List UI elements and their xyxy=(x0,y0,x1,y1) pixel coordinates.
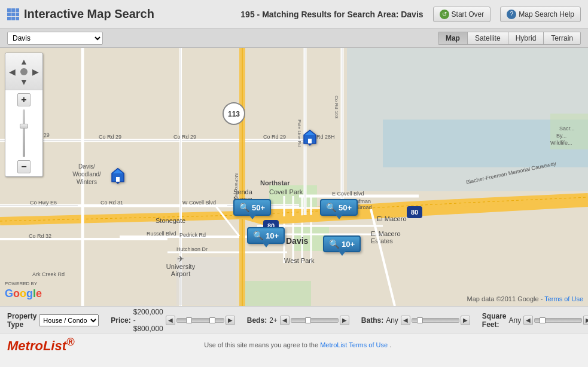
baths-slider-thumb xyxy=(417,317,423,323)
map-data-text: Map data ©2011 Google xyxy=(467,295,539,302)
svg-text:Northstar: Northstar xyxy=(260,179,290,186)
navigation-control: ▲ ▼ ◀ ▶ + − xyxy=(5,53,43,177)
logo-suffix: ® xyxy=(66,335,75,348)
cluster-marker-3[interactable]: 🔍 10+ xyxy=(247,227,285,244)
pan-control[interactable]: ▲ ▼ ◀ ▶ xyxy=(5,53,42,90)
svg-text:Estates: Estates xyxy=(371,237,393,244)
map-type-hybrid[interactable]: Hybrid xyxy=(508,32,544,44)
help-icon: ? xyxy=(507,10,516,19)
property-type-label: Property Type xyxy=(7,312,36,329)
zoom-slider[interactable] xyxy=(23,109,25,157)
svg-rect-91 xyxy=(116,177,120,182)
price-increase-button[interactable]: ▶ xyxy=(226,316,235,325)
svg-text:Ark Creek Rd: Ark Creek Rd xyxy=(32,271,65,277)
price-slider-thumb-2 xyxy=(209,317,215,323)
zoom-in-button[interactable]: + xyxy=(17,93,31,106)
property-type-select[interactable]: House / Condo xyxy=(39,314,99,326)
cluster-icon-4: 🔍 xyxy=(329,239,339,249)
svg-text:Stonegate: Stonegate xyxy=(156,217,185,224)
cluster-label-2: 50+ xyxy=(339,203,352,212)
powered-by-text: POWERED BY xyxy=(5,281,42,286)
sqft-filter: Square Feet: Any ◀ ▶ xyxy=(482,312,588,329)
zoom-thumb xyxy=(20,124,28,129)
svg-text:Davis: Davis xyxy=(286,236,309,246)
help-label: Map Search Help xyxy=(519,10,574,19)
page-title: Interactive Map Search xyxy=(24,7,154,21)
svg-rect-4 xyxy=(239,281,311,306)
cluster-icon-3: 🔍 xyxy=(253,231,263,240)
svg-text:Co Rd 29: Co Rd 29 xyxy=(99,134,121,140)
svg-text:Winters: Winters xyxy=(77,179,97,185)
baths-increase-button[interactable]: ▶ xyxy=(461,316,470,325)
footer-terms-text: Use of this site means you agree to the … xyxy=(204,341,391,348)
sqft-decrease-button[interactable]: ◀ xyxy=(523,316,533,325)
cluster-label-4: 10+ xyxy=(342,240,355,249)
svg-text:El Macero: El Macero xyxy=(377,215,407,222)
svg-text:Wildlife...: Wildlife... xyxy=(550,140,572,146)
house-marker-2[interactable] xyxy=(111,167,125,186)
svg-rect-89 xyxy=(308,139,312,143)
metrolist-logo: MetroList® xyxy=(7,335,75,354)
beds-decrease-button[interactable]: ◀ xyxy=(280,316,290,325)
pan-down-arrow: ▼ xyxy=(20,77,28,87)
svg-text:Davis/: Davis/ xyxy=(78,163,95,170)
beds-increase-button[interactable]: ▶ xyxy=(340,316,349,325)
footer-terms-link[interactable]: MetroList Terms of Use xyxy=(320,341,388,348)
help-button[interactable]: ? Map Search Help xyxy=(500,7,581,22)
svg-text:University: University xyxy=(166,263,196,270)
svg-text:Hutchison Dr: Hutchison Dr xyxy=(176,246,208,252)
cluster-label-1: 50+ xyxy=(252,203,265,212)
svg-text:Covell Park: Covell Park xyxy=(269,188,303,195)
cluster-marker-4[interactable]: 🔍 10+ xyxy=(323,236,361,252)
google-logo: POWERED BY Google xyxy=(5,281,42,300)
svg-text:Co Hwy E6: Co Hwy E6 xyxy=(30,200,57,206)
pan-left-arrow: ◀ xyxy=(9,67,16,77)
price-slider-track[interactable] xyxy=(176,318,224,323)
svg-text:Co Rd 32: Co Rd 32 xyxy=(29,233,51,239)
results-text: 195 - Matching Results for Search Area: … xyxy=(240,10,423,19)
pan-center xyxy=(20,68,28,75)
beds-label: Beds: xyxy=(247,316,267,325)
svg-text:Co Rd 103: Co Rd 103 xyxy=(334,96,339,119)
sqft-increase-button[interactable]: ▶ xyxy=(583,316,588,325)
location-select[interactable]: Davis xyxy=(7,32,103,45)
svg-text:Co Rd 29: Co Rd 29 xyxy=(173,134,196,140)
footer-terms-prefix: Use of this site means you agree to the xyxy=(204,341,318,348)
cluster-marker-1[interactable]: 🔍 50+ xyxy=(233,199,271,216)
svg-text:McFaro Hwy: McFaro Hwy xyxy=(234,173,239,200)
svg-text:Co Rd 31: Co Rd 31 xyxy=(100,200,123,206)
map-type-map[interactable]: Map xyxy=(438,32,468,44)
price-value: $200,000 - $800,000 xyxy=(133,308,163,333)
svg-text:Woodland/: Woodland/ xyxy=(72,171,101,178)
svg-text:W Covell Blvd: W Covell Blvd xyxy=(182,200,216,206)
start-over-button[interactable]: ↺ Start Over xyxy=(433,7,491,22)
price-decrease-button[interactable]: ◀ xyxy=(166,316,175,325)
logo-text: MetroList xyxy=(7,338,66,353)
zoom-out-button[interactable]: − xyxy=(17,160,31,173)
beds-slider-thumb xyxy=(305,317,311,323)
start-over-label: Start Over xyxy=(452,10,485,19)
baths-decrease-button[interactable]: ◀ xyxy=(401,316,410,325)
beds-slider-track[interactable] xyxy=(291,318,339,323)
terms-of-use-link[interactable]: Terms of Use xyxy=(544,295,583,302)
cluster-marker-2[interactable]: 🔍 50+ xyxy=(320,199,358,216)
google-text: Google xyxy=(5,288,42,300)
baths-label: Baths: xyxy=(361,316,383,325)
svg-text:E Covell Blvd: E Covell Blvd xyxy=(332,191,364,197)
svg-text:Pole Line Rd: Pole Line Rd xyxy=(297,120,302,147)
svg-text:80: 80 xyxy=(411,209,418,216)
beds-value: 2+ xyxy=(269,316,278,325)
map-type-satellite[interactable]: Satellite xyxy=(468,32,508,44)
cluster-icon-2: 🔍 xyxy=(326,203,336,212)
sqft-value: Any xyxy=(509,316,522,325)
svg-marker-92 xyxy=(115,182,120,184)
refresh-icon: ↺ xyxy=(440,10,449,19)
map-type-terrain[interactable]: Terrain xyxy=(544,32,580,44)
pan-arrows: ▲ ▼ ◀ ▶ xyxy=(9,57,39,87)
sqft-slider-track[interactable] xyxy=(534,318,582,323)
svg-text:Sacr...: Sacr... xyxy=(559,126,575,131)
baths-filter: Baths: Any ◀ ▶ xyxy=(361,316,470,325)
baths-slider-track[interactable] xyxy=(412,318,459,323)
house-marker-1[interactable] xyxy=(303,129,317,148)
map-container[interactable]: 113 113 80 84 113 80 Co Rd 29 Co Rd 29 C… xyxy=(0,48,588,306)
